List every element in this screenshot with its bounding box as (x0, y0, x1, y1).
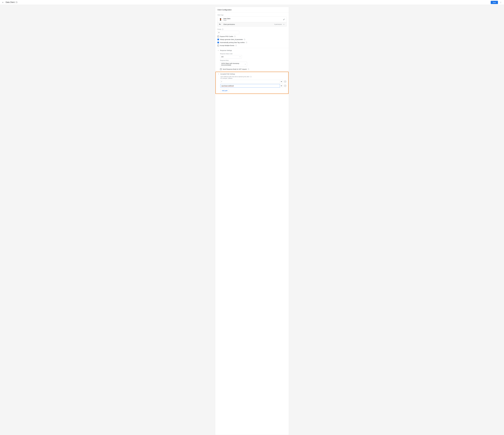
help-icon[interactable]: ? (235, 45, 237, 46)
chevron-right-icon (283, 24, 285, 25)
remove-path-button[interactable] (284, 85, 286, 87)
svg-rect-5 (282, 81, 282, 82)
help-icon[interactable]: ? (246, 42, 247, 43)
client-vendor: Stape (223, 19, 230, 21)
page-title: Data Client (6, 1, 15, 3)
dropdown-icon (239, 56, 241, 58)
client-permissions-row[interactable]: Client permissions 6 permissions (217, 22, 287, 26)
response-settings-header[interactable]: Response Settings (217, 48, 287, 52)
checkbox-icon[interactable] (217, 42, 219, 43)
paths-help-text: Type additional paths that will be claim… (220, 76, 249, 78)
checkbox-label: Always generate client_id parameter (220, 39, 243, 40)
checkbox-icon[interactable] (217, 45, 219, 46)
client-type-label: Client Type (217, 14, 287, 16)
svg-point-2 (501, 3, 501, 3)
path-input-value: /purchase-webhook (221, 85, 234, 87)
variable-icon (281, 85, 282, 87)
help-icon[interactable]: ? (222, 29, 223, 30)
checkbox-label: Accept Multiple Events (220, 45, 234, 46)
client-type-box: Data Client Stape Client permissions 6 p… (217, 17, 287, 26)
more-menu-button[interactable] (499, 1, 502, 4)
checkbox-send-body-get[interactable]: Send Response Body for GET request ? (220, 68, 287, 70)
more-vert-icon (500, 1, 502, 3)
checkbox-accept-multiple[interactable]: Accept Multiple Events ? (217, 45, 287, 46)
svg-rect-7 (281, 86, 281, 86)
remove-path-button[interactable] (284, 80, 286, 83)
status-code-label: Response Status Code (220, 53, 287, 54)
response-body-select[interactable]: JSON Object with timestamp (recommended) (220, 62, 247, 67)
variable-icon (281, 81, 282, 82)
svg-point-0 (501, 2, 501, 2)
folder-icon (16, 1, 18, 3)
checkbox-expose-fpid[interactable]: Expose FPID Cookie ? (217, 36, 287, 37)
variable-button[interactable] (280, 84, 283, 87)
checkbox-label: Automatically prolong Data Tag cookies (220, 42, 245, 43)
card-header: Client Configuration (215, 7, 289, 12)
stape-logo-icon (219, 18, 222, 21)
variable-button[interactable] (280, 80, 283, 83)
svg-rect-10 (281, 86, 282, 86)
checkbox-generate-client-id[interactable]: Always generate client_id parameter ? (217, 39, 287, 40)
client-name: Data Client (223, 18, 230, 19)
help-icon[interactable]: ? (244, 39, 245, 40)
svg-rect-4 (281, 81, 282, 82)
status-code-select[interactable]: 200 (220, 55, 242, 59)
accepted-paths-header[interactable]: Accepted Path Settings (218, 73, 286, 75)
svg-rect-3 (281, 81, 281, 82)
save-button[interactable]: Save (491, 1, 498, 4)
chevron-down-icon (218, 73, 219, 75)
select-value: 200 (221, 56, 224, 58)
response-body-label: Response Body (220, 60, 287, 61)
chevron-down-icon (217, 50, 219, 51)
help-icon[interactable]: ? (248, 69, 249, 70)
path-input-focused[interactable]: /purchase-webhook (220, 84, 280, 87)
priority-input[interactable] (217, 31, 239, 34)
checkbox-label: Expose FPID Cookie (220, 36, 233, 37)
accepted-paths-section: Accepted Path Settings Type additional p… (216, 72, 288, 94)
svg-rect-8 (281, 86, 282, 86)
help-icon[interactable]: ? (234, 36, 235, 37)
close-icon (2, 1, 4, 3)
accepted-paths-title: Accepted Path Settings (220, 73, 235, 75)
priority-label: Priority (217, 29, 221, 30)
svg-rect-9 (282, 86, 282, 86)
path-input[interactable] (220, 80, 280, 83)
checkbox-icon[interactable] (220, 68, 222, 70)
svg-rect-6 (281, 82, 282, 82)
key-icon (219, 24, 222, 25)
client-type-row[interactable]: Data Client Stape (217, 17, 287, 22)
dropdown-icon (244, 63, 246, 65)
permissions-label: Client permissions (223, 24, 235, 25)
checkbox-icon[interactable] (217, 39, 219, 40)
path-row (220, 80, 286, 83)
content-area: Client Configuration Client Type Data Cl… (0, 5, 504, 435)
response-settings-title: Response Settings (220, 50, 232, 51)
checkbox-icon[interactable] (217, 36, 219, 37)
checkbox-prolong-cookies[interactable]: Automatically prolong Data Tag cookies ? (217, 42, 287, 43)
topbar: Data Client Save (0, 0, 504, 5)
select-value: JSON Object with timestamp (recommended) (221, 63, 244, 66)
title-group[interactable]: Data Client (6, 1, 18, 4)
add-path-button[interactable]: Add path (220, 89, 229, 92)
help-icon[interactable]: ? (250, 76, 252, 78)
path-row: /purchase-webhook (220, 84, 286, 87)
checkbox-label: Send Response Body for GET request (223, 68, 247, 70)
svg-point-1 (501, 2, 501, 2)
permissions-count: 6 permissions (274, 24, 282, 25)
paths-example-text: For example: /callback (220, 78, 286, 79)
pencil-icon[interactable] (283, 18, 285, 20)
close-button[interactable] (2, 1, 4, 4)
minus-icon (285, 81, 286, 82)
configuration-card: Client Configuration Client Type Data Cl… (215, 7, 289, 435)
